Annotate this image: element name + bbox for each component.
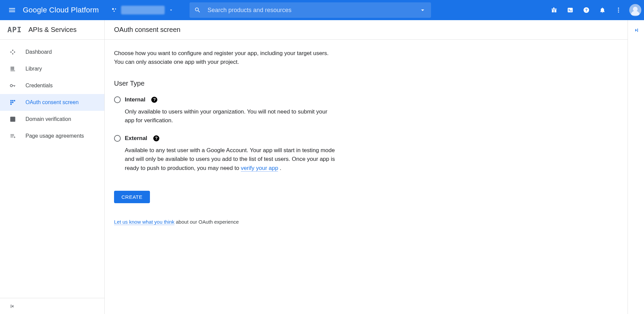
search-input[interactable] [208, 7, 419, 14]
sidebar-header: API APIs & Services [0, 20, 104, 40]
notifications-button[interactable] [596, 3, 609, 17]
domain-verification-icon [9, 116, 16, 123]
header-right-icons: ? [547, 3, 641, 17]
more-button[interactable] [612, 3, 625, 17]
cloud-shell-icon [567, 7, 574, 13]
hide-info-panel-button[interactable] [633, 27, 639, 35]
svg-point-2 [113, 11, 114, 12]
page-body: Choose how you want to configure and reg… [105, 40, 346, 235]
feedback-link[interactable]: Let us know what you think [114, 219, 174, 225]
sidebar-item-oauth-consent[interactable]: OAuth consent screen [0, 94, 104, 111]
svg-rect-13 [10, 102, 11, 103]
right-rail [628, 20, 644, 314]
sidebar-item-page-usage[interactable]: Page usage agreements [0, 128, 104, 144]
intro-text: Choose how you want to configure and reg… [114, 49, 337, 67]
account-avatar[interactable] [629, 4, 641, 16]
feedback-line: Let us know what you think about our OAu… [114, 218, 337, 226]
option-external-label: External [125, 134, 147, 143]
create-button[interactable]: CREATE [114, 191, 150, 203]
brand-title: Google Cloud Platform [23, 6, 99, 14]
svg-rect-19 [637, 29, 638, 32]
help-internal-button[interactable]: ? [151, 97, 157, 103]
svg-rect-14 [12, 102, 13, 103]
dropdown-caret-icon [169, 8, 173, 12]
verify-app-link[interactable]: verify your app [241, 165, 278, 172]
svg-point-6 [618, 8, 619, 9]
bell-icon [599, 7, 606, 13]
svg-point-9 [10, 85, 13, 87]
search-box[interactable] [190, 2, 431, 18]
main-area: OAuth consent screen Choose how you want… [105, 20, 644, 314]
sidebar-section-title: APIs & Services [29, 26, 76, 34]
svg-rect-3 [568, 8, 573, 12]
project-name-redacted [121, 6, 165, 14]
help-icon: ? [583, 7, 590, 13]
credentials-icon [9, 82, 16, 89]
svg-rect-12 [14, 100, 15, 101]
svg-point-8 [618, 11, 619, 12]
sidebar-item-credentials[interactable]: Credentials [0, 77, 104, 94]
api-logo: API [7, 26, 22, 34]
page-title: OAuth consent screen [114, 26, 180, 34]
chevron-down-icon[interactable] [419, 6, 426, 14]
cloud-shell-button[interactable] [564, 3, 577, 17]
radio-external[interactable] [114, 135, 121, 142]
hamburger-icon [8, 6, 16, 14]
page-header: OAuth consent screen [105, 20, 628, 40]
gift-icon [551, 7, 557, 13]
sidebar-item-dashboard[interactable]: Dashboard [0, 44, 104, 60]
oauth-consent-icon [9, 99, 16, 106]
sidebar-item-label: Domain verification [25, 116, 71, 122]
svg-text:?: ? [585, 8, 587, 12]
sidebar-nav: Dashboard Library Credentials OAuth cons… [0, 40, 104, 298]
svg-rect-10 [10, 100, 11, 101]
option-internal-desc: Only available to users within your orga… [125, 107, 337, 125]
sidebar-item-label: OAuth consent screen [25, 99, 78, 105]
more-vert-icon [615, 7, 622, 13]
svg-point-17 [14, 137, 15, 138]
content: OAuth consent screen Choose how you want… [105, 20, 628, 314]
gift-button[interactable] [547, 3, 561, 17]
hamburger-menu-button[interactable] [4, 2, 20, 18]
search-icon [194, 7, 201, 13]
dashboard-icon [9, 49, 16, 55]
help-button[interactable]: ? [580, 3, 593, 17]
project-dots-icon [111, 7, 118, 13]
project-picker[interactable] [108, 4, 176, 16]
svg-rect-18 [11, 305, 11, 308]
page-usage-icon [9, 133, 16, 139]
sidebar: API APIs & Services Dashboard Library Cr… [0, 20, 105, 314]
library-icon [9, 65, 16, 72]
radio-internal[interactable] [114, 96, 121, 103]
help-external-button[interactable]: ? [153, 135, 159, 141]
sidebar-item-label: Page usage agreements [25, 133, 84, 139]
sidebar-item-label: Dashboard [25, 49, 52, 55]
svg-point-0 [112, 8, 114, 10]
sidebar-item-domain-verification[interactable]: Domain verification [0, 111, 104, 128]
svg-rect-11 [12, 100, 13, 101]
sidebar-item-library[interactable]: Library [0, 60, 104, 77]
top-header: Google Cloud Platform ? [0, 0, 644, 20]
collapse-left-icon [9, 303, 16, 310]
option-internal-label: Internal [125, 95, 145, 104]
option-external-row: External ? [114, 134, 337, 143]
option-internal-row: Internal ? [114, 95, 337, 104]
collapse-right-icon [633, 27, 639, 34]
svg-point-1 [115, 8, 116, 9]
svg-rect-15 [10, 104, 11, 105]
sidebar-item-label: Credentials [25, 83, 53, 89]
sidebar-collapse-button[interactable] [0, 298, 104, 314]
option-external-desc: Available to any test user with a Google… [125, 146, 337, 173]
sidebar-item-label: Library [25, 66, 42, 72]
user-type-heading: User Type [114, 78, 337, 89]
svg-point-7 [618, 9, 619, 10]
search-container [190, 2, 431, 18]
